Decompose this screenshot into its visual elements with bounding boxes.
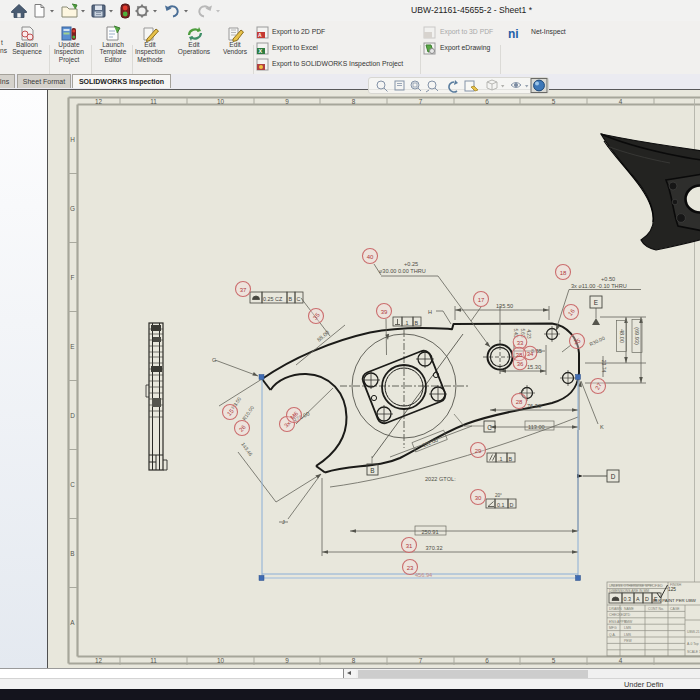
svg-text:Export to 2D PDF: Export to 2D PDF: [272, 28, 325, 36]
svg-text:A: A: [258, 32, 262, 38]
svg-text:6: 6: [485, 657, 489, 664]
svg-text:38: 38: [516, 352, 523, 358]
svg-text:7: 7: [419, 98, 423, 105]
svg-text:UNLESS OTHERWISE SPECIFIED: UNLESS OTHERWISE SPECIFIED: [609, 584, 663, 588]
svg-text:48.00: 48.00: [619, 329, 625, 343]
svg-text:10: 10: [217, 98, 225, 105]
svg-text:JTD: JTD: [624, 613, 631, 617]
svg-text:LMS: LMS: [624, 633, 632, 637]
svg-text:.1: .1: [498, 456, 503, 462]
svg-text:B: B: [370, 467, 374, 474]
svg-text:SCALE 1:2: SCALE 1:2: [687, 650, 700, 654]
svg-text:Export to 3D PDF: Export to 3D PDF: [440, 28, 493, 36]
svg-text:15.30: 15.30: [527, 364, 541, 370]
svg-text:+0.50: +0.50: [601, 276, 615, 282]
svg-text:DRAWN: DRAWN: [609, 607, 622, 611]
svg-text:DIMENSIONS ARE IN MM: DIMENSIONS ARE IN MM: [609, 589, 649, 593]
svg-text:G: G: [212, 357, 216, 363]
svg-text:11: 11: [150, 657, 157, 664]
svg-text:29: 29: [475, 448, 482, 454]
svg-text:Export to SOLIDWORKS Inspectio: Export to SOLIDWORKS Inspection Project: [272, 60, 403, 68]
svg-text:LMS: LMS: [624, 626, 632, 630]
svg-text:UBW-21161-45655-2 - Sheet1 *: UBW-21161-45655-2 - Sheet1 *: [411, 5, 533, 15]
svg-text:A: A: [636, 596, 640, 602]
svg-text:Export to Excel: Export to Excel: [272, 44, 318, 52]
svg-text:H: H: [70, 136, 75, 143]
svg-text:H: H: [428, 309, 432, 315]
svg-text:7: 7: [419, 657, 423, 664]
svg-text:9: 9: [285, 98, 289, 105]
svg-text:ni: ni: [508, 27, 519, 41]
svg-text:D: D: [645, 596, 649, 602]
svg-text:28: 28: [516, 399, 523, 405]
svg-text:12: 12: [95, 657, 103, 664]
svg-text:5: 5: [552, 657, 556, 664]
svg-text:D: D: [70, 412, 75, 419]
svg-text:D: D: [510, 502, 514, 508]
svg-text:5: 5: [552, 98, 556, 105]
svg-text:33: 33: [517, 340, 524, 346]
svg-text:K: K: [600, 424, 604, 430]
svg-text:2022 GTOL:: 2022 GTOL:: [425, 476, 456, 482]
svg-text:17: 17: [478, 297, 485, 303]
svg-text:370.32: 370.32: [425, 545, 442, 551]
svg-text:FINISH: FINISH: [670, 583, 682, 587]
svg-text:D: D: [611, 473, 616, 480]
svg-text:A: A: [70, 619, 75, 626]
svg-text:3x ⌀11.00 -0.10 THRU: 3x ⌀11.00 -0.10 THRU: [571, 283, 627, 289]
svg-text:0.1: 0.1: [497, 502, 505, 508]
svg-text:20°: 20°: [495, 493, 502, 498]
svg-text:4.23: 4.23: [526, 330, 531, 339]
svg-text:C: C: [70, 481, 75, 488]
svg-text:B: B: [70, 550, 74, 557]
svg-text:(69.93): (69.93): [634, 327, 640, 345]
svg-text:11: 11: [150, 98, 157, 105]
svg-text:C: C: [487, 424, 492, 431]
svg-text:135.50: 135.50: [496, 303, 513, 309]
svg-text:10: 10: [217, 657, 225, 664]
svg-text:12: 12: [95, 98, 103, 105]
svg-text:PEW: PEW: [624, 639, 633, 643]
svg-text:B: B: [509, 456, 513, 462]
svg-text:4: 4: [619, 657, 623, 664]
svg-text:0.3: 0.3: [624, 596, 632, 602]
svg-text:Q.A.: Q.A.: [609, 633, 616, 637]
svg-text:BLK PAINT PER UBW: BLK PAINT PER UBW: [653, 598, 697, 603]
svg-text:125: 125: [668, 587, 676, 592]
svg-text:UBW-21: UBW-21: [687, 630, 700, 634]
svg-text:31: 31: [406, 543, 413, 549]
svg-text:76.38: 76.38: [527, 403, 541, 409]
svg-text:34: 34: [527, 351, 534, 357]
svg-text:NAME: NAME: [624, 607, 635, 611]
svg-text:CONT No.: CONT No.: [648, 607, 664, 611]
svg-text:4: 4: [619, 98, 623, 105]
svg-text:C: C: [297, 296, 301, 302]
svg-text:30: 30: [475, 495, 482, 501]
svg-text:40: 40: [367, 254, 374, 260]
svg-text:Net-Inspect: Net-Inspect: [531, 28, 566, 36]
svg-text:23: 23: [407, 565, 414, 571]
svg-text:SMW: SMW: [624, 620, 633, 624]
svg-text:G: G: [70, 205, 75, 212]
svg-text:39: 39: [381, 309, 388, 315]
svg-text:9: 9: [285, 657, 289, 664]
svg-text:J: J: [282, 519, 285, 525]
svg-text:250.91: 250.91: [421, 529, 438, 535]
svg-text:+0.25: +0.25: [404, 261, 418, 267]
svg-text:MFG: MFG: [609, 626, 617, 630]
svg-text:456.94: 456.94: [415, 572, 432, 578]
svg-text:8: 8: [352, 98, 356, 105]
svg-text:36: 36: [517, 361, 524, 367]
svg-text:F: F: [71, 274, 75, 281]
svg-text:23.74: 23.74: [601, 360, 607, 373]
svg-text:6: 6: [485, 98, 489, 105]
svg-text:E: E: [594, 299, 598, 306]
svg-text:A-0 Top: A-0 Top: [687, 642, 699, 646]
svg-text:113.00: 113.00: [528, 424, 545, 430]
svg-text:B: B: [289, 296, 293, 302]
svg-text:E: E: [70, 343, 74, 350]
svg-text:0.25 CZ: 0.25 CZ: [263, 296, 283, 302]
svg-text:8: 8: [352, 657, 356, 664]
svg-text:⌀30.00 0.00 THRU: ⌀30.00 0.00 THRU: [379, 268, 426, 274]
svg-text:Export eDrawing: Export eDrawing: [440, 44, 490, 52]
